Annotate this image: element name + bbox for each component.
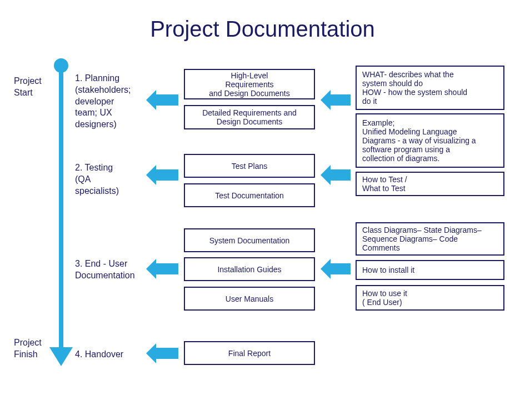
- label-phase3: 3. End - User Documentation: [75, 258, 135, 282]
- box-test-plans: Test Plans: [184, 154, 315, 178]
- box-high-level-req: High-Level Requirements and Design Docum…: [184, 69, 315, 99]
- timeline-shaft: [59, 63, 63, 352]
- arrow-right-testing: [329, 169, 351, 181]
- box-system-doc: System Documentation: [184, 228, 315, 252]
- box-how-use: How to use it ( End User): [356, 285, 504, 311]
- arrow-enduser: [155, 263, 178, 274]
- label-project-finish: Project Finish: [14, 337, 42, 361]
- box-how-install: How to install it: [356, 260, 504, 280]
- label-phase2: 2. Testing (QA specialists): [75, 162, 119, 197]
- timeline-end-arrow: [49, 347, 73, 366]
- label-phase1: 1. Planning (stakeholders; developer tea…: [75, 73, 131, 131]
- box-install-guides: Installation Guides: [184, 257, 315, 281]
- page-title: Project Documentation: [0, 17, 525, 42]
- label-project-start: Project Start: [14, 76, 42, 99]
- arrow-right-planning: [329, 94, 351, 106]
- label-phase4: 4. Handover: [75, 349, 123, 361]
- box-test-doc: Test Documentation: [184, 183, 315, 207]
- box-what-how: WHAT- describes what the system should d…: [356, 66, 504, 110]
- arrow-right-enduser: [329, 263, 351, 274]
- box-uml-example: Example; Unified Modeling Language Diagr…: [356, 113, 504, 168]
- box-class-diagrams: Class Diagrams– State Diagrams– Sequence…: [356, 222, 504, 256]
- box-final-report: Final Report: [184, 341, 315, 365]
- arrow-planning: [155, 94, 178, 106]
- arrow-handover: [155, 348, 178, 359]
- box-how-test: How to Test / What to Test: [356, 172, 504, 196]
- box-detailed-req: Detailed Requirements and Design Documen…: [184, 105, 315, 129]
- arrow-testing: [155, 169, 178, 181]
- timeline-axis: [57, 63, 65, 363]
- box-user-manuals: User Manuals: [184, 287, 315, 311]
